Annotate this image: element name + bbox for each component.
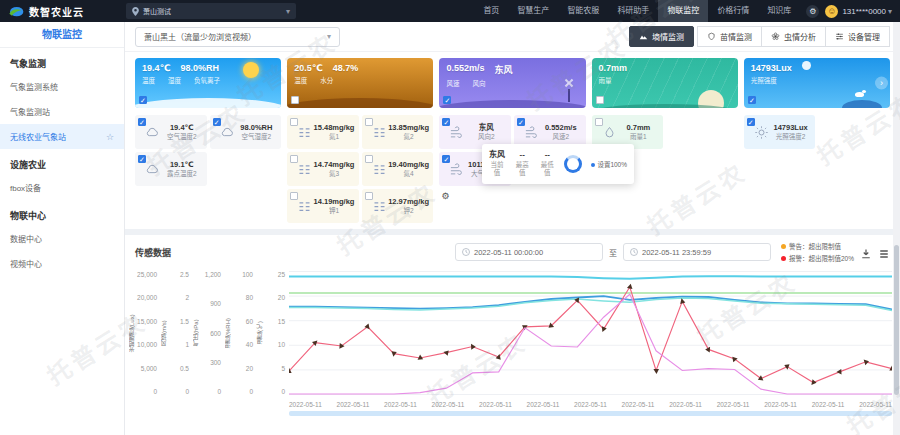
list-icon xyxy=(372,199,387,214)
weather-card-3[interactable]: 0.552m/s东风风速风向✓ xyxy=(439,58,585,108)
location-select[interactable]: 萧山测试 ▾ xyxy=(126,3,296,19)
tile-checkbox[interactable]: ✓ xyxy=(138,118,146,126)
sensor-group-2: 15.48mg/kg氮113.85mg/kg氮214.74mg/kg氮319.4… xyxy=(287,115,433,223)
nav-item-3[interactable]: 智能农服 xyxy=(558,0,608,22)
nav-item-2[interactable]: 智慧生产 xyxy=(508,0,558,22)
sensor-tile[interactable]: ✓19.1℃露点温度2 xyxy=(135,152,207,186)
tile-checkbox[interactable]: ✓ xyxy=(442,155,450,163)
chart-plot xyxy=(289,271,892,399)
legend-row: 警告：超出限制值 xyxy=(781,241,854,251)
toolbar-button-3[interactable]: 虫情分析 xyxy=(761,26,826,47)
sensor-tile[interactable]: 12.97mg/kg钾2 xyxy=(362,189,434,223)
sensor-tile[interactable]: 14.74mg/kg氮3 xyxy=(287,152,359,186)
sidebar-item[interactable]: 视频中心 xyxy=(0,251,124,276)
legend-row: 报警：超出限制值20% xyxy=(781,253,854,263)
weather-card-5[interactable]: 14793Lux光照强度✓› xyxy=(744,58,890,108)
windmill-decoration xyxy=(568,89,570,102)
top-navbar: 数智农业云 萧山测试 ▾ 首页智慧生产智能农服科研助手物联监控价格行情知识库 ⚙… xyxy=(0,0,900,22)
toolbar-button-4[interactable]: 设备管理 xyxy=(825,26,890,47)
tile-label: 钾2 xyxy=(387,207,431,215)
tile-checkbox[interactable]: ✓ xyxy=(442,118,450,126)
chart-title: 传感数据 xyxy=(135,246,171,259)
sidebar-item[interactable]: 数据中心 xyxy=(0,226,124,251)
scrollbar-thumb[interactable] xyxy=(894,245,899,395)
axis-tick: 80 xyxy=(246,294,253,301)
tooltip-value: 东风 xyxy=(489,150,505,160)
tile-value: 0.7mm xyxy=(617,123,661,132)
user-menu-chevron-icon[interactable]: ▾ xyxy=(888,7,892,16)
axis-tick: 0 xyxy=(249,388,253,395)
y-axis-5: 温度(℃)2520151050 xyxy=(257,271,288,395)
sensor-tile[interactable]: 15.48mg/kg氮1 xyxy=(287,115,359,149)
tile-checkbox[interactable] xyxy=(365,192,373,200)
card-labels: 风速风向 xyxy=(446,78,578,88)
nav-item-7[interactable]: 知识库 xyxy=(758,0,800,22)
card-checkbox[interactable]: ✓ xyxy=(443,96,451,104)
tile-label: 空气温度2 xyxy=(160,133,204,141)
tile-checkbox[interactable]: ✓ xyxy=(138,155,146,163)
tile-checkbox[interactable] xyxy=(365,155,373,163)
date-to-input[interactable]: 2022-05-11 23:59:59 xyxy=(623,243,771,261)
tile-checkbox[interactable] xyxy=(365,118,373,126)
list-icon xyxy=(372,125,387,140)
x-axis-label: 2022-05-11 xyxy=(527,401,560,408)
chart-datazoom-slider[interactable] xyxy=(289,411,892,416)
sidebar-item[interactable]: 气象监测站 xyxy=(0,99,124,124)
tile-checkbox[interactable]: ✓ xyxy=(213,118,221,126)
star-icon[interactable]: ☆ xyxy=(106,132,114,142)
weather-card-4[interactable]: 0.7mm雨量 xyxy=(592,58,738,108)
tile-checkbox[interactable] xyxy=(290,155,298,163)
sensor-tile[interactable]: 13.85mg/kg氮2 xyxy=(362,115,434,149)
sensor-tile[interactable]: 14.19mg/kg钾1 xyxy=(287,189,359,223)
nav-item-6[interactable]: 价格行情 xyxy=(708,0,758,22)
card-checkbox[interactable] xyxy=(596,96,604,104)
wind-icon xyxy=(524,125,539,140)
wind-icon xyxy=(449,125,464,140)
nav-item-5[interactable]: 物联监控 xyxy=(658,0,708,22)
sidebar-item[interactable]: fbox设备 xyxy=(0,175,124,200)
date-from-input[interactable]: 2022-05-11 00:00:00 xyxy=(455,243,603,261)
list-view-icon[interactable] xyxy=(878,246,890,258)
toolbar-button-1[interactable]: 墒情监测 xyxy=(629,26,694,47)
card-checkbox[interactable]: ✓ xyxy=(139,96,147,104)
card-checkbox[interactable] xyxy=(291,96,299,104)
carousel-next-icon[interactable]: › xyxy=(875,77,888,90)
nav-items: 首页智慧生产智能农服科研助手物联监控价格行情知识库 xyxy=(474,0,800,22)
sidebar-item-label: 无线农业气象站 xyxy=(10,131,66,142)
toolbar-button-2[interactable]: 苗情监测 xyxy=(697,26,762,47)
station-dropdown[interactable]: 萧山黑土（流量少勿浏览视频） ▾ xyxy=(135,27,340,47)
card-checkbox[interactable]: ✓ xyxy=(748,96,756,104)
sidebar-item[interactable]: 无线农业气象站☆ xyxy=(0,124,124,149)
gear-icon[interactable]: ⚙ xyxy=(806,5,819,18)
tile-checkbox[interactable] xyxy=(290,192,298,200)
card-values: 14793Lux xyxy=(751,63,883,73)
card-values: 19.4℃98.0%RH xyxy=(142,63,274,73)
avatar[interactable]: ☺ xyxy=(825,5,838,18)
y-axis-name: 风速(m/s) xyxy=(161,271,168,395)
card-labels: 雨量 xyxy=(599,75,731,85)
sensor-tile[interactable]: ✓14793Lux光照强度2 xyxy=(744,115,816,149)
tile-checkbox[interactable]: ✓ xyxy=(517,118,525,126)
download-icon[interactable] xyxy=(860,246,872,258)
sidebar: 物联监控 气象监测气象监测系统气象监测站无线农业气象站☆设施农业fbox设备物联… xyxy=(0,22,125,435)
y-axis-2: 风速(m/s)2.521.510.50 xyxy=(161,271,192,395)
weather-card-2[interactable]: 20.5℃48.7%温度水分 xyxy=(287,58,433,108)
tile-checkbox[interactable]: ✓ xyxy=(747,118,755,126)
nav-item-1[interactable]: 首页 xyxy=(474,0,508,22)
tile-checkbox[interactable] xyxy=(595,118,603,126)
axis-tick: 0 xyxy=(217,388,221,395)
sensor-tile[interactable]: ✓19.4℃空气温度2 xyxy=(135,115,207,149)
sensor-tile[interactable]: 19.40mg/kg氮4 xyxy=(362,152,434,186)
weather-card-1[interactable]: 19.4℃98.0%RH温度湿度负氧离子✓ xyxy=(135,58,281,108)
sensor-tile[interactable]: ✓98.0%RH空气湿度2 xyxy=(210,115,282,149)
settings-gear-icon[interactable]: ⚙ xyxy=(439,189,511,203)
nav-item-4[interactable]: 科研助手 xyxy=(608,0,658,22)
chart-svg xyxy=(289,271,892,395)
axis-tick: 20 xyxy=(246,365,253,372)
tile-checkbox[interactable] xyxy=(290,118,298,126)
tile-value: 98.0%RH xyxy=(235,123,279,132)
sidebar-item-label: 气象监测站 xyxy=(10,106,50,117)
cloud-icon xyxy=(145,125,160,140)
sidebar-item[interactable]: 气象监测系统 xyxy=(0,74,124,99)
axis-tick: 10 xyxy=(278,341,285,348)
